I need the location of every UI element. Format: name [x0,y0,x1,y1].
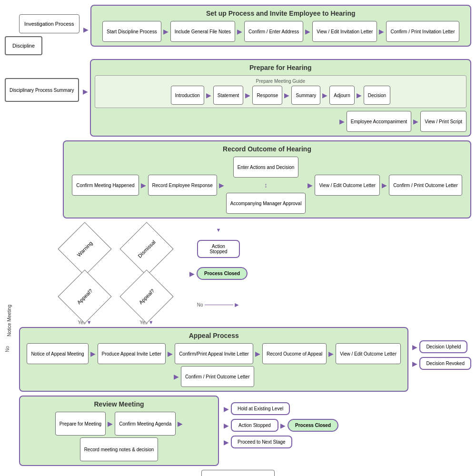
confirm-print-invite[interactable]: Confirm / Print Invitation Letter [386,21,459,42]
action-stopped-2[interactable]: Action Stopped [231,419,278,432]
view-appeal-outcome[interactable]: View / Edit Outcome Letter [336,343,401,364]
prepare-title: Prepare for Hearing [95,64,466,71]
review-title: Review Meeting [24,400,214,408]
hold-existing-level[interactable]: Hold at Existing Level [231,402,290,415]
include-file-notes[interactable]: Include General File Notes [170,21,235,42]
arrow-to-invite: ▶ [83,26,89,33]
review-section: Review Meeting Prepare for Meeting ▶ Con… [19,396,219,466]
process-closed-1[interactable]: Process Closed [197,267,248,280]
confirm-address[interactable]: Confirm / Enter Address [244,21,303,42]
view-print-script[interactable]: View / Print Script [420,111,466,132]
guide-adjourn[interactable]: Adjourn [329,86,354,105]
decision-revoked[interactable]: Decision Revoked [419,357,471,370]
accompanying-approval[interactable]: Accompanying Manager Approval [226,193,306,214]
start-discipline[interactable]: Start Discipline Process [102,21,161,42]
invite-title: Set up Process and Invite Employee to He… [95,10,466,17]
prepare-meeting[interactable]: Prepare for Meeting [55,412,106,436]
guide-response[interactable]: Response [252,86,282,105]
appeal-title: Appeal Process [24,332,404,339]
employee-accompaniment[interactable]: Employee Accompaniment [347,111,411,132]
proceed-next-stage[interactable]: Proceed to Next Stage [231,436,292,448]
prepare-guide-label: Prepare Meeting Guide [99,79,462,84]
diagram: Investigation Process Discipline ▶ Set u… [0,0,476,476]
process-closed-2[interactable]: Process Closed [288,419,338,432]
record-notes-decision[interactable]: Record meeting notes & decision [80,437,159,461]
decision-upheld[interactable]: Decision Upheld [419,340,467,353]
record-title: Record Outcome of Hearing [68,145,466,153]
notice-appeal[interactable]: Notice of Appeal Meeting [27,343,88,364]
confirm-print-outcome[interactable]: Confirm / Print Outcome Letter [389,175,462,196]
notice-meeting-label: Notice Meeting [7,305,12,337]
prepare-section: Prepare for Hearing Prepare Meeting Guid… [90,59,471,137]
arrow-to-prepare: ▶ [83,88,88,95]
guide-summary[interactable]: Summary [291,86,320,105]
confirm-agenda[interactable]: Confirm Meeting Agenda [115,412,176,436]
confirm-meeting-happened[interactable]: Confirm Meeting Happened [72,175,139,196]
enter-actions-decision[interactable]: Enter Actions and Decision [233,157,299,178]
record-outcome-appeal[interactable]: Record Oucome of Appeal [262,343,327,364]
action-stopped-hex1[interactable]: Action Stopped [197,240,240,258]
guide-decision[interactable]: Decision [364,86,390,105]
invite-section: Set up Process and Invite Employee to He… [90,5,471,47]
view-outcome-letter[interactable]: View / Edit Outcome Letter [315,175,380,196]
disciplinary-summary-box[interactable]: Disciplinary Process Summary [5,78,79,102]
produce-appeal-invite[interactable]: Produce Appeal Invite Letter [98,343,166,364]
appeal-section: Appeal Process Notice of Appeal Meeting … [19,327,408,392]
prepare-guide-subbox: Prepare Meeting Guide Introduction ▶ Sta… [95,75,466,108]
investigation-process-box[interactable]: Investigation Process [19,14,79,33]
confirm-print-appeal[interactable]: Confirm/Print Appeal Invite Letter [175,343,253,364]
guide-intro[interactable]: Introduction [171,86,204,105]
start-new-stage[interactable]: Start a New Disciplinary Stage [201,470,274,476]
record-employee-response[interactable]: Record Employee Response [148,175,217,196]
guide-statement[interactable]: Statement [213,86,244,105]
confirm-print-appeal-outcome[interactable]: Confirm / Print Outcome Letter [181,366,254,387]
view-invite-letter[interactable]: View / Edit Invitation Letter [312,21,377,42]
record-section: Record Outcome of Hearing Confirm Meetin… [63,140,471,218]
discipline-box[interactable]: Discipline [5,36,42,55]
